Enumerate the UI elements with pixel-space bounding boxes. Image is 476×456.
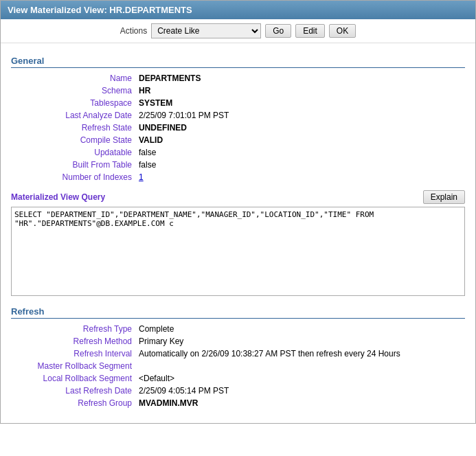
query-textarea[interactable]: SELECT "DEPARTMENT_ID","DEPARTMENT_NAME"…: [11, 207, 465, 296]
table-row: Refresh Group MVADMIN.MVR: [11, 397, 465, 409]
table-row: Local Rollback Segment <Default>: [11, 372, 465, 385]
indexes-link[interactable]: 1: [139, 172, 144, 182]
table-row: Last Analyze Date 2/25/09 7:01:01 PM PST: [11, 109, 465, 122]
main-content: General Name DEPARTMENTS Schema HR Table…: [1, 43, 475, 423]
explain-button[interactable]: Explain: [423, 190, 465, 204]
field-label-refresh-method: Refresh Method: [11, 335, 135, 347]
actions-select[interactable]: Create Like Edit Drop Compile Explain: [151, 23, 261, 38]
field-value-name: DEPARTMENTS: [135, 72, 465, 84]
field-label-refresh-type: Refresh Type: [11, 323, 135, 335]
query-section: Materialized View Query Explain SELECT "…: [11, 190, 465, 298]
field-label-last-refresh-date: Last Refresh Date: [11, 385, 135, 397]
field-value-built-from-table: false: [135, 159, 465, 171]
toolbar: Actions Create Like Edit Drop Compile Ex…: [1, 19, 475, 43]
table-row: Refresh Method Primary Key: [11, 335, 465, 347]
general-table: Name DEPARTMENTS Schema HR Tablespace SY…: [11, 72, 465, 183]
field-label-schema: Schema: [11, 84, 135, 97]
field-value-num-indexes[interactable]: 1: [135, 171, 465, 183]
field-label-refresh-state: Refresh State: [11, 122, 135, 134]
field-value-refresh-state: UNDEFINED: [135, 122, 465, 134]
field-label-last-analyze: Last Analyze Date: [11, 109, 135, 122]
title-bar: View Materialized View: HR.DEPARTMENTS: [1, 1, 475, 19]
field-label-name: Name: [11, 72, 135, 84]
go-button[interactable]: Go: [265, 24, 291, 38]
field-label-local-rollback: Local Rollback Segment: [11, 372, 135, 385]
field-value-last-refresh-date: 2/25/09 4:05:14 PM PST: [135, 385, 465, 397]
page-wrapper: View Materialized View: HR.DEPARTMENTS A…: [0, 0, 476, 424]
edit-button[interactable]: Edit: [295, 24, 325, 38]
table-row: Last Refresh Date 2/25/09 4:05:14 PM PST: [11, 385, 465, 397]
field-label-master-rollback: Master Rollback Segment: [11, 360, 135, 372]
table-row: Tablespace SYSTEM: [11, 97, 465, 109]
table-row: Updatable false: [11, 146, 465, 159]
query-section-label: Materialized View Query: [11, 192, 105, 202]
table-row: Master Rollback Segment: [11, 360, 465, 372]
field-label-refresh-interval: Refresh Interval: [11, 347, 135, 360]
general-section-title: General: [11, 56, 465, 68]
field-value-compile-state: VALID: [135, 134, 465, 146]
field-value-refresh-group: MVADMIN.MVR: [135, 397, 465, 409]
query-header: Materialized View Query Explain: [11, 190, 465, 204]
field-label-updatable: Updatable: [11, 146, 135, 159]
table-row: Schema HR: [11, 84, 465, 97]
field-label-compile-state: Compile State: [11, 134, 135, 146]
table-row: Refresh State UNDEFINED: [11, 122, 465, 134]
table-row: Name DEPARTMENTS: [11, 72, 465, 84]
field-value-local-rollback: <Default>: [135, 372, 465, 385]
refresh-table: Refresh Type Complete Refresh Method Pri…: [11, 323, 465, 409]
table-row: Compile State VALID: [11, 134, 465, 146]
field-value-updatable: false: [135, 146, 465, 159]
field-value-master-rollback: [135, 360, 465, 372]
table-row: Number of Indexes 1: [11, 171, 465, 183]
field-label-tablespace: Tablespace: [11, 97, 135, 109]
field-label-built-from-table: Built From Table: [11, 159, 135, 171]
page-title: View Materialized View: HR.DEPARTMENTS: [8, 5, 192, 15]
actions-label: Actions: [120, 26, 147, 36]
ok-button[interactable]: OK: [329, 24, 356, 38]
field-value-last-analyze: 2/25/09 7:01:01 PM PST: [135, 109, 465, 122]
table-row: Refresh Type Complete: [11, 323, 465, 335]
field-value-refresh-method: Primary Key: [135, 335, 465, 347]
field-value-refresh-interval: Automatically on 2/26/09 10:38:27 AM PST…: [135, 347, 465, 360]
field-label-refresh-group: Refresh Group: [11, 397, 135, 409]
table-row: Refresh Interval Automatically on 2/26/0…: [11, 347, 465, 360]
field-value-tablespace: SYSTEM: [135, 97, 465, 109]
table-row: Built From Table false: [11, 159, 465, 171]
field-value-schema: HR: [135, 84, 465, 97]
field-value-refresh-type: Complete: [135, 323, 465, 335]
field-label-num-indexes: Number of Indexes: [11, 171, 135, 183]
refresh-section-title: Refresh: [11, 306, 465, 319]
